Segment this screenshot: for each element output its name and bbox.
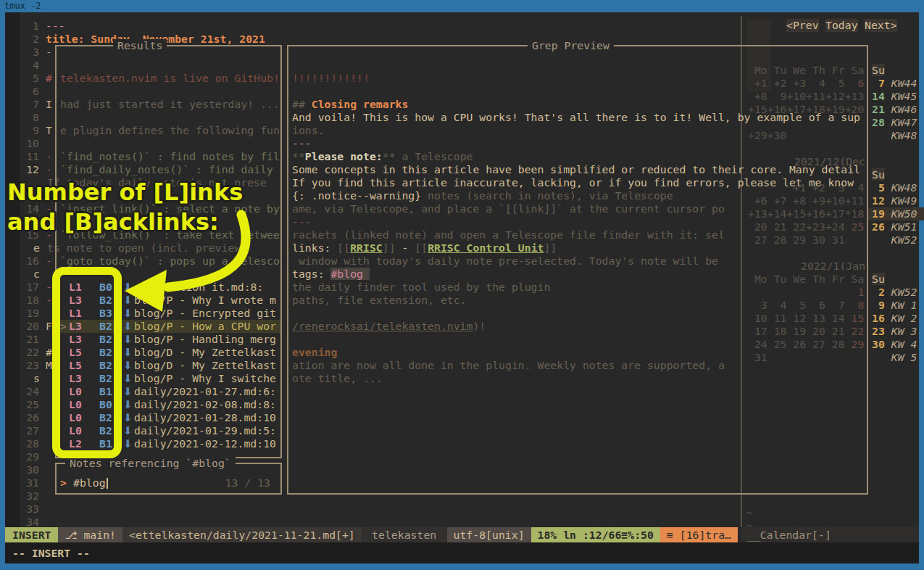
text-cursor (107, 478, 108, 489)
calendar-week-row[interactable]: 28 KW47 (872, 116, 917, 129)
preview-line: {: .notice--warning} notes (search in no… (292, 189, 867, 202)
line-number: 2 (20, 33, 39, 46)
result-item[interactable]: L5B2⬇blog/D - My Zettelkast (0, 346, 924, 359)
backlinks-count: B2 (99, 294, 112, 307)
calendar-nav-prev[interactable]: <Prev (786, 19, 819, 32)
calendar-sunday-day[interactable]: 19 (872, 207, 885, 220)
cursor-position-segment: 18% ln :12/66≡%:50 (531, 527, 660, 542)
result-item[interactable]: L5B2⬇blog/D - My Zettelkast (0, 359, 924, 372)
result-item[interactable]: L1B3⬇blog/P - Encrypted git (0, 307, 924, 320)
calendar-week-number: KW51 (891, 220, 917, 233)
note-down-arrow-icon: ⬇ (123, 359, 132, 372)
mode-message: -- INSERT -- (12, 546, 90, 561)
line-number: 33 (20, 503, 39, 516)
calendar-nav-today[interactable]: Today (825, 19, 858, 32)
buffer-text: `follow_link()` : take text betwee (60, 228, 281, 241)
result-item[interactable]: L0B0⬇daily/2021-02-08.md:8: (0, 398, 924, 411)
preview-text: If you find this article inaccurate, lac… (292, 176, 854, 189)
calendar-week-row[interactable]: KW48 (872, 129, 917, 142)
result-item[interactable]: L3B2⬇blog/P - Handling merg (0, 333, 924, 346)
calendar-sunday-day[interactable]: 12 (872, 194, 885, 207)
result-label: blog/D - My Zettelkast (134, 346, 276, 359)
preview-text: Closing remarks (312, 98, 409, 110)
calendar-nav-next[interactable]: Next> (865, 19, 897, 32)
line-number: 5 (20, 72, 39, 85)
result-item[interactable]: >L3B2⬇blog/P - How a CPU wor (0, 320, 924, 333)
plugin-name-segment: telekasten (362, 527, 447, 542)
calendar-sunday-day[interactable]: 26 (872, 220, 885, 233)
line-number: 15 (20, 228, 39, 241)
backlinks-count: B2 (99, 372, 112, 385)
calendar-week-row[interactable]: 12 KW49 (872, 194, 917, 207)
calendar-week-row[interactable]: 5 KW48 (872, 181, 917, 194)
preview-text: window with today's daily note pre-selec… (292, 255, 718, 267)
preview-text: ## (292, 98, 312, 110)
calendar-week-row[interactable]: 26 KW51 (872, 220, 917, 234)
result-item[interactable]: L3B2⬇blog/P - Why I switche (0, 372, 924, 385)
backlinks-count: B2 (99, 346, 112, 359)
git-branch-segment: ⎇ main! (58, 527, 122, 542)
tmux-terminal-window: tmux -2 12345678910111213141516171819202… (0, 0, 924, 570)
preview-text: [[ (337, 241, 350, 254)
line-number: 7 (20, 98, 39, 111)
backlinks-count: B2 (99, 359, 112, 372)
calendar-week-row[interactable]: 21 KW46 (872, 103, 917, 116)
buffer-text: `find_notes()` : find notes by fil (60, 150, 281, 163)
links-count: L3 (69, 372, 82, 385)
calendar-week-number: KW50 (891, 207, 917, 220)
preview-line: **Please note:** a Telescope (292, 150, 867, 163)
note-down-arrow-icon: ⬇ (123, 437, 132, 450)
preview-text: --- (292, 215, 312, 228)
git-branch-icon: ⎇ (64, 529, 77, 541)
calendar-statusline: __Calendar[-] (741, 527, 919, 542)
spacer (885, 220, 891, 233)
result-label: daily/2021-01-29.md:5: (134, 424, 276, 437)
selection-caret: > (60, 320, 67, 333)
calendar-sunday-day[interactable]: 5 (872, 181, 885, 194)
result-item[interactable]: L0B2⬇daily/2021-01-29.md:5: (0, 424, 924, 437)
note-down-arrow-icon: ⬇ (123, 424, 132, 437)
calendar-week-row[interactable]: KW52 (872, 234, 917, 247)
calendar-sunday-day[interactable]: 21 (872, 103, 885, 115)
spacer (885, 103, 891, 115)
calendar-sunday-day[interactable]: 14 (872, 90, 885, 102)
note-down-arrow-icon: ⬇ (123, 385, 132, 398)
spacer (885, 116, 891, 128)
links-count: L3 (69, 333, 82, 346)
calendar-week-row[interactable]: Su (872, 64, 885, 77)
note-down-arrow-icon: ⬇ (123, 411, 132, 424)
preview-line: tags: #blog (292, 268, 867, 281)
search-input[interactable]: #blog (73, 476, 106, 490)
backlinks-count: B1 (99, 385, 112, 398)
result-item[interactable]: L0B2⬇daily/2021-01-28.md:10 (0, 411, 924, 424)
line-number: 8 (20, 111, 39, 124)
calendar-week-row[interactable]: 7 KW44 (872, 77, 917, 90)
result-label: daily/2021-01-28.md:10 (134, 411, 276, 424)
calendar-week-row[interactable]: 19 KW50 (872, 207, 917, 220)
result-item[interactable]: L0B1⬇daily/2021-01-27.md:6: (0, 385, 924, 398)
results-counter: 13 / 13 (217, 476, 270, 490)
calendar-week-row[interactable]: 14 KW45 (872, 90, 917, 103)
preview-text: notes (search in notes), via Telescope (421, 189, 673, 202)
calendar-week-number: KW48 (891, 181, 917, 194)
prompt-prefix: > (60, 476, 67, 490)
spacer (885, 207, 891, 220)
calendar-week-row[interactable]: Su (872, 168, 885, 181)
calendar-sunday-day[interactable]: 7 (872, 77, 885, 89)
preview-text: - (396, 241, 415, 254)
links-count: L0 (69, 398, 82, 411)
line-number: 31 (20, 476, 39, 490)
result-item[interactable]: L1B0⬇i mention it.md:8: (0, 281, 924, 294)
result-item[interactable]: L3B2⬇blog/P - Why I wrote m (0, 294, 924, 307)
line-number: 14 (20, 202, 39, 215)
preview-text: rackets (linked note) and open a Telesco… (292, 228, 725, 241)
buffer-text: If today's daily note is not prese (47, 176, 281, 189)
preview-text: RRISC Control Unit (428, 241, 544, 254)
preview-line: And voila! This is how a CPU works! That… (292, 111, 867, 124)
preview-text: {: .notice--warning} (292, 189, 421, 202)
filename-segment: <ettelkasten/daily/2021-11-21.md[+] (122, 527, 362, 542)
calendar-sunday-day[interactable]: 28 (872, 116, 885, 128)
result-item[interactable]: L2B1⬇daily/2021-02-12.md:10 (0, 437, 924, 450)
sign-column (5, 12, 20, 542)
calendar-sunday-header: Su (872, 168, 885, 181)
